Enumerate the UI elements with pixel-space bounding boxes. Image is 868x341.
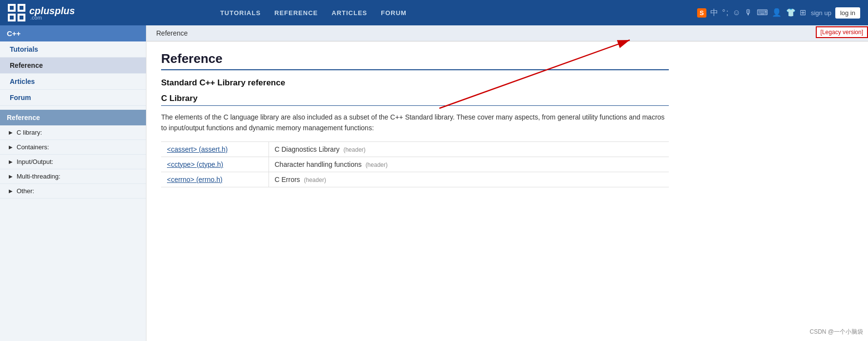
sidebar-item-tutorials[interactable]: Tutorials (0, 41, 146, 58)
sign-up-link[interactable]: sign up (811, 9, 831, 17)
header: cplusplus .com TUTORIALS REFERENCE ARTIC… (0, 0, 868, 25)
header-badge: (header) (366, 161, 388, 168)
layout: C++ Tutorials Reference Articles Forum R… (0, 25, 868, 341)
sidebar-item-input-output[interactable]: ▶ Input/Output: (0, 155, 146, 169)
toolbar-icons: 中 °; ☺ 🎙 ⌨ 👤 👕 ⊞ (710, 8, 807, 18)
table-row: <cerrno> (errno.h) C Errors (header) (161, 172, 669, 187)
sidebar-item-forum[interactable]: Forum (0, 90, 146, 106)
nav-links: TUTORIALS REFERENCE ARTICLES FORUM (220, 9, 407, 17)
cctype-link[interactable]: <cctype> (ctype.h) (167, 160, 223, 168)
chevron-right-icon: ▶ (9, 188, 13, 194)
sidebar-item-articles[interactable]: Articles (0, 74, 146, 90)
cassert-link[interactable]: <cassert> (assert.h) (167, 145, 228, 153)
table-cell-desc: Character handling functions (header) (269, 157, 669, 172)
log-in-button[interactable]: log in (835, 7, 860, 19)
svg-rect-7 (20, 16, 23, 20)
title-divider (161, 69, 669, 70)
table-row: <cctype> (ctype.h) Character handling fu… (161, 157, 669, 172)
header-badge: (header) (343, 146, 365, 153)
table-cell-desc: C Diagnostics Library (header) (269, 141, 669, 157)
nav-tutorials[interactable]: TUTORIALS (220, 9, 261, 17)
c-library-title: C Library (161, 94, 669, 103)
logo-area[interactable]: cplusplus .com (8, 4, 75, 21)
table-cell-link[interactable]: <cctype> (ctype.h) (161, 157, 269, 172)
sidebar-reference-header: Reference (0, 110, 146, 125)
nav-articles[interactable]: ARTICLES (331, 9, 367, 17)
chevron-right-icon: ▶ (9, 174, 13, 179)
chevron-right-icon: ▶ (9, 130, 13, 135)
sidebar-item-reference[interactable]: Reference (0, 58, 146, 74)
header-badge: (header) (304, 177, 326, 183)
svg-rect-5 (20, 6, 23, 10)
sidebar-item-other[interactable]: ▶ Other: (0, 184, 146, 199)
nav-forum[interactable]: FORUM (381, 9, 407, 17)
table-row: <cassert> (assert.h) C Diagnostics Libra… (161, 141, 669, 157)
nav-reference[interactable]: REFERENCE (274, 9, 318, 17)
c-library-description: The elements of the C language library a… (161, 112, 669, 134)
header-right: S 中 °; ☺ 🎙 ⌨ 👤 👕 ⊞ sign up log in (697, 7, 860, 19)
table-cell-link[interactable]: <cerrno> (errno.h) (161, 172, 269, 187)
sidebar-cpp-header: C++ (0, 25, 146, 41)
content-area: Reference Standard C++ Library reference… (146, 41, 683, 202)
cerrno-link[interactable]: <cerrno> (errno.h) (167, 176, 223, 183)
logo-icon (8, 4, 25, 21)
sidebar: C++ Tutorials Reference Articles Forum R… (0, 25, 146, 341)
table-cell-link[interactable]: <cassert> (assert.h) (161, 141, 269, 157)
csdn-watermark: CSDN @一个小脑袋 (809, 328, 863, 336)
chevron-right-icon: ▶ (9, 144, 13, 150)
std-lib-title: Standard C++ Library reference (161, 78, 669, 88)
chevron-right-icon: ▶ (9, 159, 13, 164)
svg-rect-4 (10, 6, 14, 10)
breadcrumb: Reference (146, 25, 868, 41)
sidebar-item-multi-threading[interactable]: ▶ Multi-threading: (0, 169, 146, 184)
main-content: Reference Reference Standard C++ Library… (146, 25, 868, 341)
sogou-icon: S (697, 8, 706, 18)
c-library-divider (161, 105, 669, 106)
table-cell-desc: C Errors (header) (269, 172, 669, 187)
svg-rect-6 (10, 16, 14, 20)
c-library-table: <cassert> (assert.h) C Diagnostics Libra… (161, 141, 669, 187)
sidebar-item-c-library[interactable]: ▶ C library: (0, 125, 146, 140)
sidebar-item-containers[interactable]: ▶ Containers: (0, 140, 146, 155)
legacy-version-button[interactable]: [Legacy version] (816, 26, 868, 38)
page-title: Reference (161, 51, 669, 66)
